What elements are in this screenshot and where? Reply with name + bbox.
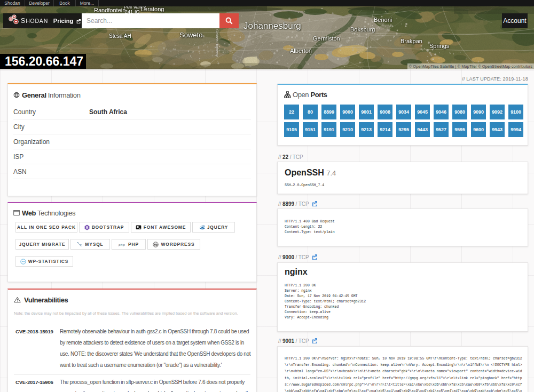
svg-text:php: php [119, 243, 125, 246]
svg-text:SHODAN: SHODAN [21, 17, 48, 25]
